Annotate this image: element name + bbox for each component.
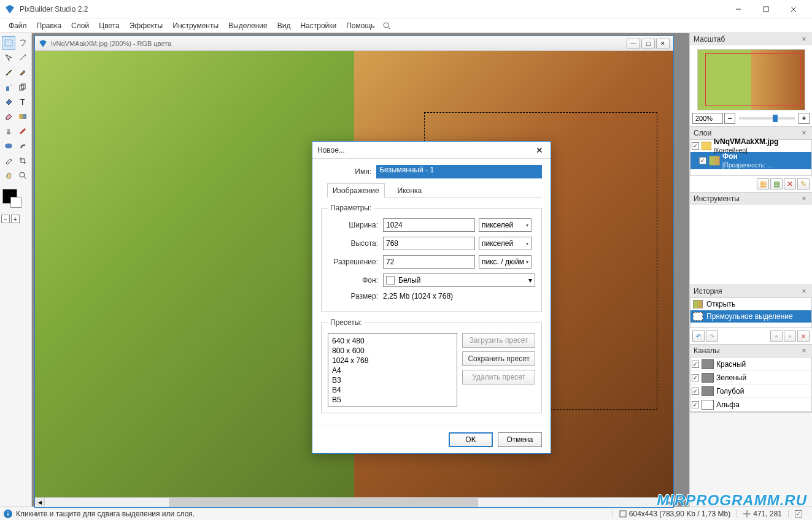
history-item-rect-select[interactable]: Прямоульное выделение	[690, 310, 811, 323]
search-icon[interactable]	[382, 21, 391, 30]
layer-row-background[interactable]: ✓ Фон[Прозрачность: ...	[690, 152, 811, 169]
preset-item[interactable]: 800 x 600	[331, 346, 454, 356]
tool-eyedropper[interactable]	[2, 154, 15, 167]
width-input[interactable]	[383, 218, 475, 232]
zoom-panel-close[interactable]: ×	[800, 35, 808, 44]
height-input[interactable]	[383, 237, 475, 250]
background-color[interactable]	[10, 197, 21, 208]
redo-button[interactable]: ↷	[706, 331, 718, 342]
toolbox-zoom-out[interactable]: −	[1, 215, 10, 223]
width-unit-select[interactable]: пикселей▾	[479, 218, 532, 232]
window-minimize-button[interactable]	[724, 0, 752, 18]
cancel-button[interactable]: Отмена	[498, 432, 542, 447]
undo-button[interactable]: ↶	[692, 331, 705, 342]
navigator-thumbnail[interactable]	[697, 49, 805, 110]
tool-smudge[interactable]	[17, 139, 30, 153]
load-preset-button[interactable]: Загрузить пресет	[462, 333, 535, 348]
duplicate-layer-button[interactable]: ▦	[770, 178, 783, 189]
tool-heal[interactable]	[17, 124, 30, 138]
scroll-thumb[interactable]	[169, 498, 478, 507]
channel-red[interactable]: ✓Красный	[690, 358, 811, 371]
menu-effects[interactable]: Эффекты	[125, 20, 168, 32]
preset-item[interactable]: 640 x 480	[331, 336, 454, 346]
window-maximize-button[interactable]	[752, 0, 779, 18]
zoom-out-button[interactable]: −	[724, 113, 735, 124]
history-panel-close[interactable]: ×	[800, 287, 808, 296]
tool-text[interactable]: T	[17, 95, 30, 109]
delete-preset-button[interactable]: Удалить пресет	[462, 370, 535, 384]
history-delete-button[interactable]: ✕	[797, 331, 810, 342]
resolution-input[interactable]	[383, 255, 475, 269]
tool-gradient[interactable]	[17, 110, 30, 123]
channels-panel-close[interactable]: ×	[800, 346, 808, 355]
new-layer-button[interactable]: ▦	[757, 178, 769, 189]
foreground-color[interactable]	[2, 189, 17, 204]
document-maximize-button[interactable]: ▢	[641, 39, 655, 48]
tool-clone[interactable]	[17, 80, 30, 94]
history-snapshot-button[interactable]: ▫	[784, 331, 796, 342]
channel-visibility-checkbox[interactable]: ✓	[692, 388, 699, 395]
preset-item[interactable]: 1024 x 768	[331, 356, 454, 365]
menu-layer[interactable]: Слой	[66, 20, 94, 32]
tool-shape[interactable]	[2, 139, 15, 153]
tool-zoom[interactable]	[17, 169, 30, 182]
tool-rect-select[interactable]	[2, 36, 15, 50]
menu-file[interactable]: Файл	[4, 20, 32, 32]
channel-visibility-checkbox[interactable]: ✓	[692, 374, 699, 381]
background-select[interactable]: Белый ▾	[383, 273, 535, 287]
save-preset-button[interactable]: Сохранить пресет	[462, 351, 535, 366]
document-titlebar[interactable]: IvNqVMAakXM.jpg (200%) - RGB цвета — ▢ ✕	[35, 36, 673, 51]
layer-properties-button[interactable]: ✎	[797, 178, 810, 189]
scroll-left-button[interactable]: ◀	[35, 498, 45, 507]
horizontal-scrollbar[interactable]: ◀ ▶	[35, 497, 673, 507]
channel-visibility-checkbox[interactable]: ✓	[692, 361, 699, 368]
tool-move[interactable]	[2, 51, 15, 64]
window-close-button[interactable]	[779, 0, 807, 18]
tool-pencil[interactable]	[2, 66, 15, 79]
tool-fill[interactable]	[2, 95, 15, 109]
navigator-viewport-rect[interactable]	[705, 53, 801, 106]
layer-container-row[interactable]: ✓ IvNqVMAakXM.jpg[Контейнер]	[690, 140, 811, 152]
dialog-titlebar[interactable]: Новое... ✕	[312, 142, 551, 159]
tab-icon[interactable]: Иконка	[392, 183, 428, 197]
name-input[interactable]: Безымянный - 1	[376, 165, 542, 178]
history-new-button[interactable]: ▫	[770, 331, 783, 342]
tool-brush[interactable]	[17, 66, 30, 79]
status-toggle[interactable]: ✓	[788, 510, 808, 518]
tool-stamp[interactable]	[2, 124, 15, 138]
tool-hand[interactable]	[2, 169, 15, 182]
preset-item[interactable]: B3	[331, 375, 454, 385]
tool-magic-wand[interactable]	[17, 51, 30, 64]
channel-alpha[interactable]: ✓Альфа	[690, 398, 811, 411]
zoom-slider[interactable]	[739, 117, 795, 120]
toolbox-zoom-in[interactable]: +	[11, 215, 20, 223]
menu-view[interactable]: Вид	[273, 20, 296, 32]
ok-button[interactable]: OK	[449, 432, 493, 447]
preset-item[interactable]: A4	[331, 365, 454, 375]
zoom-in-button[interactable]: +	[798, 113, 810, 124]
layer-visibility-checkbox[interactable]: ✓	[699, 157, 706, 164]
dialog-close-button[interactable]: ✕	[533, 144, 546, 156]
preset-item[interactable]: B4	[331, 385, 454, 395]
layers-panel-close[interactable]: ×	[800, 129, 808, 137]
tab-image[interactable]: Изображение	[327, 183, 385, 197]
color-swatches[interactable]	[1, 188, 30, 205]
resolution-unit-select[interactable]: пикс. / дюйм▾	[479, 255, 532, 269]
instruments-panel-close[interactable]: ×	[800, 194, 808, 203]
preset-item[interactable]: B5	[331, 395, 454, 405]
zoom-value-input[interactable]	[692, 113, 723, 124]
history-item-open[interactable]: Открыть	[690, 298, 811, 310]
height-unit-select[interactable]: пикселей▾	[479, 237, 532, 250]
tool-eraser[interactable]	[2, 110, 15, 123]
menu-tools[interactable]: Инструменты	[168, 20, 223, 32]
delete-layer-button[interactable]: ✕	[784, 178, 796, 189]
menu-selection[interactable]: Выделение	[223, 20, 273, 32]
tool-lasso[interactable]	[17, 36, 30, 50]
channel-green[interactable]: ✓Зеленый	[690, 371, 811, 384]
document-close-button[interactable]: ✕	[656, 39, 670, 48]
document-minimize-button[interactable]: —	[627, 39, 640, 48]
layer-visibility-checkbox[interactable]: ✓	[692, 142, 699, 150]
tool-crop[interactable]	[17, 154, 30, 167]
menu-help[interactable]: Помощь	[341, 20, 379, 32]
menu-colors[interactable]: Цвета	[94, 20, 124, 32]
